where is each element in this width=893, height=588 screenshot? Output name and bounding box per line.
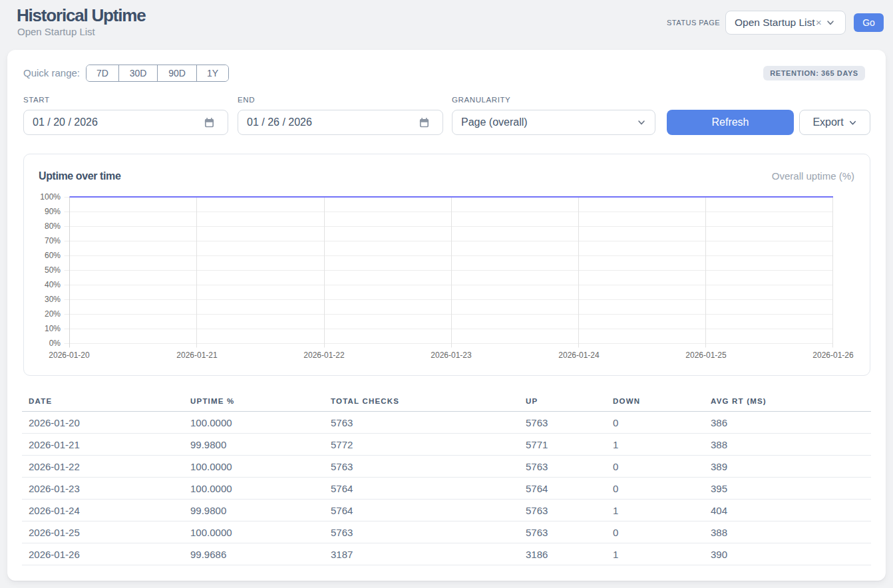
svg-text:90%: 90% [45,207,61,216]
svg-text:60%: 60% [45,251,61,260]
svg-text:2026-01-21: 2026-01-21 [176,351,218,360]
svg-text:10%: 10% [45,324,61,333]
svg-text:2026-01-25: 2026-01-25 [685,351,727,360]
svg-text:70%: 70% [45,236,61,245]
svg-text:20%: 20% [45,309,61,319]
svg-text:30%: 30% [45,295,61,304]
svg-text:100%: 100% [40,192,61,202]
svg-text:2026-01-26: 2026-01-26 [812,351,854,360]
svg-text:40%: 40% [45,280,61,289]
svg-text:0%: 0% [49,339,61,348]
svg-text:50%: 50% [45,265,61,275]
svg-text:2026-01-24: 2026-01-24 [558,351,600,360]
svg-text:80%: 80% [45,221,61,231]
svg-text:2026-01-20: 2026-01-20 [49,351,90,360]
svg-text:2026-01-22: 2026-01-22 [303,351,345,360]
svg-text:2026-01-23: 2026-01-23 [431,351,472,360]
